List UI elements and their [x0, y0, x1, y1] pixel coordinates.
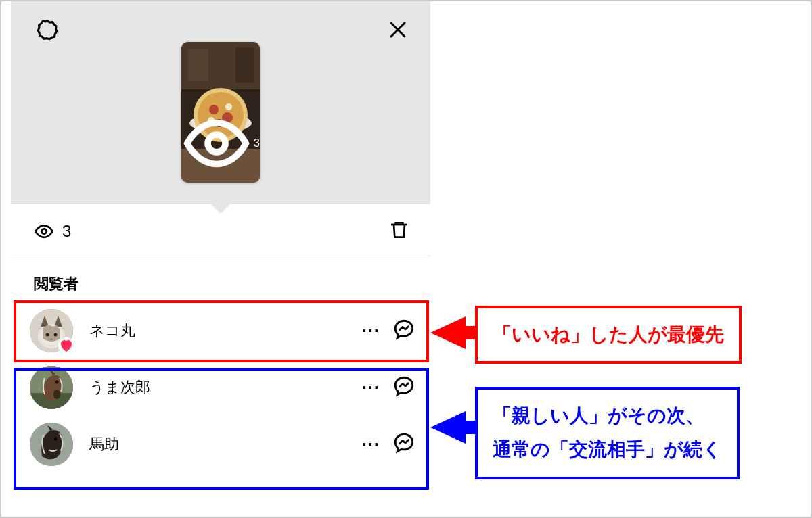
delete-button[interactable]	[388, 219, 410, 243]
messenger-icon	[392, 318, 415, 341]
avatar[interactable]	[30, 309, 73, 352]
callout-blue-line2: 通常の「交流相手」が続く	[493, 439, 722, 460]
settings-icon	[36, 18, 59, 41]
svg-rect-14	[235, 47, 254, 83]
message-button[interactable]	[392, 431, 415, 457]
row-actions: ···	[361, 431, 415, 457]
settings-button[interactable]	[34, 16, 61, 43]
close-icon	[388, 20, 408, 40]
thumbnail-view-count-value: 3	[254, 137, 260, 149]
svg-marker-29	[430, 411, 478, 444]
message-button[interactable]	[392, 318, 415, 344]
svg-rect-13	[188, 49, 208, 81]
messenger-icon	[392, 375, 415, 398]
svg-point-21	[54, 333, 58, 337]
svg-point-20	[46, 333, 49, 337]
trash-icon	[388, 219, 410, 241]
svg-point-15	[208, 135, 225, 152]
close-button[interactable]	[384, 16, 411, 43]
viewer-row[interactable]: 馬助 ···	[11, 416, 430, 473]
viewer-row[interactable]: うま次郎 ···	[11, 359, 430, 416]
eye-icon	[181, 108, 252, 179]
callout-arrow-blue	[430, 407, 478, 448]
viewer-name: ネコ丸	[89, 321, 345, 341]
thumbnail-view-count: 3	[181, 108, 260, 179]
story-preview-area: 3	[11, 1, 430, 204]
messenger-icon	[392, 431, 415, 454]
story-thumbnail[interactable]: 3	[181, 42, 260, 183]
viewers-section-title: 閲覧者	[11, 256, 430, 302]
svg-marker-28	[430, 316, 478, 349]
row-actions: ···	[361, 375, 415, 400]
heart-icon	[58, 337, 74, 354]
more-button[interactable]: ···	[361, 321, 380, 342]
callout-blue-line1: 「親しい人」がその次、	[493, 405, 704, 426]
svg-point-24	[53, 390, 60, 399]
avatar-image-horse-dark	[30, 423, 73, 466]
viewer-row[interactable]: ネコ丸 ···	[11, 302, 430, 359]
callout-red-text: 「いいね」した人が最優先	[493, 324, 724, 345]
callout-liked-priority: 「いいね」した人が最優先	[475, 306, 742, 364]
view-count-value: 3	[62, 222, 71, 241]
message-button[interactable]	[392, 375, 415, 400]
callout-close-friends-priority: 「親しい人」がその次、 通常の「交流相手」が続く	[475, 387, 740, 479]
thumbnail-pointer	[211, 204, 230, 214]
view-count: 3	[34, 221, 71, 241]
row-actions: ···	[361, 318, 415, 344]
svg-point-27	[54, 438, 58, 441]
more-button[interactable]: ···	[361, 377, 380, 398]
avatar[interactable]	[30, 366, 73, 409]
story-viewers-panel: 3 3 閲覧者	[11, 1, 430, 473]
viewer-name: 馬助	[89, 434, 345, 454]
svg-point-16	[41, 229, 47, 234]
viewer-name: うま次郎	[89, 377, 345, 398]
avatar-image-horse	[30, 366, 73, 409]
avatar[interactable]	[30, 423, 73, 466]
liked-badge	[58, 337, 74, 354]
svg-point-25	[55, 381, 59, 384]
callout-arrow-red	[430, 312, 478, 353]
more-button[interactable]: ···	[361, 434, 380, 455]
eye-icon	[34, 221, 54, 241]
